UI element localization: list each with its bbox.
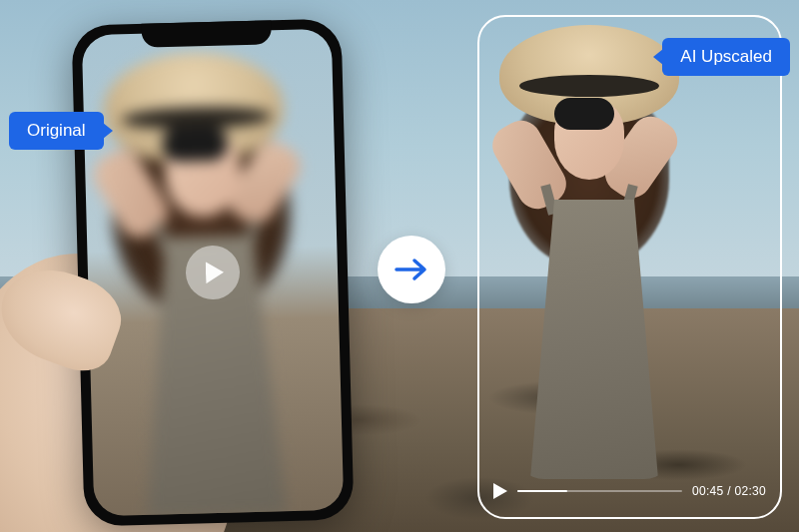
total-time: 02:30 (734, 484, 766, 498)
video-controls: 00:45 / 02:30 (493, 479, 766, 503)
progress-track[interactable] (517, 490, 682, 493)
time-separator: / (724, 484, 735, 498)
smartphone (71, 19, 354, 527)
play-icon[interactable] (493, 483, 507, 499)
phone-notch (141, 20, 272, 47)
arrow-right-icon (395, 257, 428, 282)
play-icon (206, 262, 225, 283)
phone-screen (82, 29, 345, 516)
timecode: 00:45 / 02:30 (692, 484, 766, 498)
progress-fill (517, 490, 567, 493)
original-badge: Original (9, 112, 104, 150)
ai-upscaled-badge: AI Upscaled (662, 38, 790, 76)
arrow-indicator (378, 236, 445, 303)
upscaled-video-frame: 00:45 / 02:30 (477, 15, 782, 519)
current-time: 00:45 (692, 484, 724, 498)
